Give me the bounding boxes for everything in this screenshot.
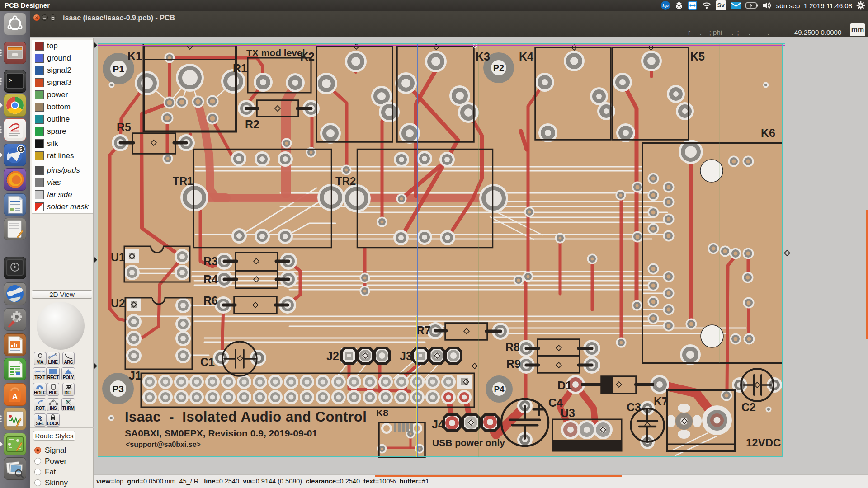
svg-text:R5: R5 (117, 121, 131, 133)
svg-text:K6: K6 (761, 127, 775, 139)
svg-text:K8: K8 (376, 408, 388, 418)
svg-text:SA0BXI, SM0EPX, Revision 0.9,: SA0BXI, SM0EPX, Revision 0.9, 2019-09-01 (125, 428, 317, 438)
svg-text:J1: J1 (129, 369, 142, 382)
svg-text:P2: P2 (493, 63, 504, 73)
svg-text:P4: P4 (494, 385, 505, 394)
svg-text:5: 5 (19, 146, 22, 152)
svg-text:U1: U1 (111, 251, 125, 263)
svg-text:J3: J3 (400, 350, 412, 362)
svg-text:P1: P1 (113, 64, 124, 74)
svg-text:R7: R7 (416, 324, 431, 337)
svg-text:TR2: TR2 (335, 175, 356, 187)
svg-text:R3: R3 (203, 255, 218, 267)
svg-text:C3: C3 (627, 401, 641, 413)
svg-text:TR1: TR1 (173, 175, 193, 187)
svg-text:A: A (12, 392, 18, 401)
svg-text:K1: K1 (127, 50, 142, 62)
svg-text:K3: K3 (476, 50, 490, 63)
svg-text:R2: R2 (245, 118, 259, 131)
svg-text:Isaac - Isolated Audio and C: Isaac - Isolated Audio and Control (125, 409, 367, 425)
svg-text:hp: hp (662, 3, 669, 8)
svg-text:K7: K7 (654, 395, 668, 408)
svg-text:U2: U2 (111, 297, 125, 310)
svg-text:R1: R1 (233, 62, 247, 75)
svg-text:K5: K5 (690, 50, 705, 63)
svg-text:USB power only: USB power only (432, 437, 505, 448)
svg-text:P3: P3 (112, 384, 124, 394)
svg-text:TX mod level: TX mod level (246, 47, 305, 58)
svg-text:R4: R4 (203, 273, 218, 286)
svg-text:D1: D1 (557, 379, 572, 392)
svg-text:<support@sa0bxi.se>: <support@sa0bxi.se> (126, 441, 201, 448)
svg-text:J4: J4 (432, 418, 444, 431)
svg-text:>_: >_ (9, 77, 16, 84)
svg-text:12VDC: 12VDC (746, 436, 781, 449)
svg-text:R8: R8 (505, 341, 520, 353)
svg-text:U3: U3 (561, 407, 575, 419)
svg-text:C2: C2 (741, 401, 756, 413)
svg-text:K4: K4 (519, 50, 533, 63)
svg-text:R6: R6 (203, 294, 218, 307)
svg-text:C1: C1 (200, 356, 215, 368)
svg-text:K2: K2 (300, 50, 315, 63)
svg-text:R9: R9 (506, 357, 521, 370)
svg-text:J2: J2 (326, 350, 339, 362)
